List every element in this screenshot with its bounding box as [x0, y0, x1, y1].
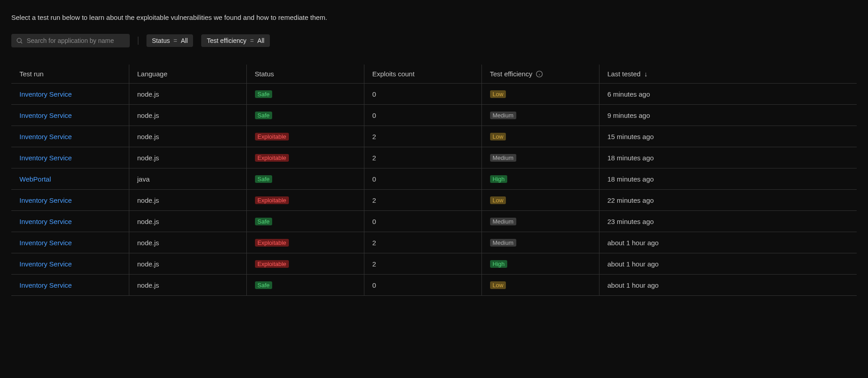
- last-tested-cell: 15 minutes ago: [599, 126, 857, 147]
- test-run-link[interactable]: Inventory Service: [11, 275, 129, 296]
- status-cell: Safe: [246, 211, 364, 232]
- efficiency-cell: Low: [481, 275, 599, 296]
- status-cell: Exploitable: [246, 190, 364, 211]
- filter-value: All: [181, 37, 188, 44]
- efficiency-cell: Medium: [481, 232, 599, 253]
- status-badge: Exploitable: [255, 260, 289, 268]
- info-icon[interactable]: [536, 70, 543, 78]
- test-run-link[interactable]: Inventory Service: [11, 253, 129, 275]
- efficiency-badge: Low: [490, 133, 506, 140]
- test-run-link[interactable]: Inventory Service: [11, 126, 129, 147]
- exploits-count-cell: 0: [364, 211, 481, 232]
- last-tested-cell: 18 minutes ago: [599, 168, 857, 190]
- language-cell: java: [129, 168, 246, 190]
- status-cell: Safe: [246, 275, 364, 296]
- filter-value: All: [257, 37, 264, 44]
- filter-label: Test efficiency: [207, 37, 246, 44]
- status-cell: Exploitable: [246, 253, 364, 275]
- controls-divider: [138, 37, 138, 45]
- efficiency-badge: High: [490, 260, 508, 268]
- search-input[interactable]: [11, 34, 130, 47]
- filter-label: Status: [152, 37, 170, 44]
- column-header-test-run[interactable]: Test run: [11, 65, 129, 84]
- column-header-test-efficiency[interactable]: Test efficiency: [481, 65, 599, 84]
- filter-equals: =: [250, 37, 254, 44]
- table-row: Inventory Servicenode.jsSafe0Medium23 mi…: [11, 211, 857, 232]
- svg-point-0: [17, 38, 21, 42]
- column-header-exploits-count[interactable]: Exploits count: [364, 65, 481, 84]
- status-badge: Safe: [255, 281, 273, 289]
- test-run-link[interactable]: Inventory Service: [11, 147, 129, 168]
- efficiency-badge: Medium: [490, 218, 516, 225]
- efficiency-badge: Low: [490, 196, 506, 204]
- language-cell: node.js: [129, 253, 246, 275]
- efficiency-badge: Medium: [490, 112, 516, 119]
- efficiency-cell: Low: [481, 190, 599, 211]
- status-cell: Safe: [246, 105, 364, 126]
- language-cell: node.js: [129, 211, 246, 232]
- table-row: Inventory Servicenode.jsExploitable2Low2…: [11, 190, 857, 211]
- efficiency-cell: High: [481, 253, 599, 275]
- filter-status[interactable]: Status = All: [146, 34, 193, 47]
- language-cell: node.js: [129, 147, 246, 168]
- last-tested-cell: about 1 hour ago: [599, 232, 857, 253]
- status-cell: Exploitable: [246, 232, 364, 253]
- efficiency-cell: Medium: [481, 211, 599, 232]
- test-run-link[interactable]: WebPortal: [11, 168, 129, 190]
- exploits-count-cell: 0: [364, 168, 481, 190]
- test-run-link[interactable]: Inventory Service: [11, 105, 129, 126]
- status-badge: Exploitable: [255, 154, 289, 162]
- efficiency-badge: Medium: [490, 239, 516, 247]
- status-cell: Exploitable: [246, 147, 364, 168]
- efficiency-cell: Low: [481, 84, 599, 105]
- column-header-language[interactable]: Language: [129, 65, 246, 84]
- table-row: Inventory Servicenode.jsExploitable2Medi…: [11, 232, 857, 253]
- filter-test-efficiency[interactable]: Test efficiency = All: [201, 34, 269, 47]
- language-cell: node.js: [129, 190, 246, 211]
- exploits-count-cell: 2: [364, 190, 481, 211]
- test-run-link[interactable]: Inventory Service: [11, 190, 129, 211]
- efficiency-badge: Medium: [490, 154, 516, 162]
- status-badge: Safe: [255, 218, 273, 225]
- test-run-link[interactable]: Inventory Service: [11, 84, 129, 105]
- table-row: WebPortaljavaSafe0High18 minutes ago: [11, 168, 857, 190]
- last-tested-cell: about 1 hour ago: [599, 253, 857, 275]
- exploits-count-cell: 2: [364, 147, 481, 168]
- column-header-last-tested[interactable]: Last tested ↓: [599, 65, 857, 84]
- filter-equals: =: [174, 37, 177, 44]
- status-badge: Exploitable: [255, 133, 289, 140]
- test-runs-table: Test run Language Status Exploits count …: [11, 65, 857, 296]
- exploits-count-cell: 0: [364, 275, 481, 296]
- efficiency-cell: High: [481, 168, 599, 190]
- efficiency-badge: Low: [490, 281, 506, 289]
- test-run-link[interactable]: Inventory Service: [11, 211, 129, 232]
- status-badge: Safe: [255, 112, 273, 119]
- language-cell: node.js: [129, 105, 246, 126]
- status-cell: Safe: [246, 84, 364, 105]
- table-row: Inventory Servicenode.jsExploitable2Medi…: [11, 147, 857, 168]
- status-badge: Exploitable: [255, 239, 289, 247]
- test-run-link[interactable]: Inventory Service: [11, 232, 129, 253]
- exploits-count-cell: 0: [364, 105, 481, 126]
- status-cell: Safe: [246, 168, 364, 190]
- column-header-label: Test efficiency: [490, 70, 533, 78]
- language-cell: node.js: [129, 126, 246, 147]
- last-tested-cell: 9 minutes ago: [599, 105, 857, 126]
- last-tested-cell: 23 minutes ago: [599, 211, 857, 232]
- table-row: Inventory Servicenode.jsExploitable2Low1…: [11, 126, 857, 147]
- exploits-count-cell: 2: [364, 253, 481, 275]
- column-header-status[interactable]: Status: [246, 65, 364, 84]
- last-tested-cell: 6 minutes ago: [599, 84, 857, 105]
- table-header-row: Test run Language Status Exploits count …: [11, 65, 857, 84]
- page-description: Select a test run below to learn about t…: [11, 14, 857, 21]
- exploits-count-cell: 0: [364, 84, 481, 105]
- efficiency-cell: Medium: [481, 147, 599, 168]
- table-row: Inventory Servicenode.jsExploitable2High…: [11, 253, 857, 275]
- search-icon: [16, 37, 23, 44]
- svg-line-1: [21, 42, 22, 43]
- last-tested-cell: 18 minutes ago: [599, 147, 857, 168]
- language-cell: node.js: [129, 84, 246, 105]
- efficiency-badge: Low: [490, 90, 506, 98]
- status-badge: Safe: [255, 175, 273, 183]
- efficiency-cell: Low: [481, 126, 599, 147]
